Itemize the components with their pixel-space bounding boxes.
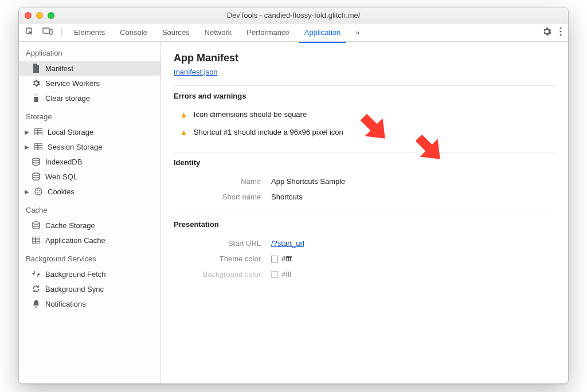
inspect-element-icon[interactable]	[22, 25, 37, 40]
sidebar-item-bg-fetch[interactable]: Background Fetch	[19, 266, 161, 281]
chevron-right-icon: ▶	[25, 144, 29, 150]
sidebar-item-indexeddb[interactable]: IndexedDB	[19, 154, 161, 169]
warning-row: ▲ Icon dimensions should be square	[174, 107, 555, 125]
identity-shortname-label: Short name	[174, 193, 271, 201]
sidebar-group-bg-services: Background Services	[19, 248, 161, 266]
settings-gear-icon[interactable]	[539, 25, 554, 40]
table-icon	[32, 236, 41, 245]
tab-elements[interactable]: Elements	[68, 25, 111, 40]
traffic-lights[interactable]	[25, 12, 54, 19]
sidebar-item-local-storage[interactable]: ▶ Local Storage	[19, 124, 161, 139]
identity-name-value: App Shortcuts Sample	[271, 177, 345, 186]
svg-point-16	[35, 188, 42, 195]
sidebar-item-cache-storage[interactable]: Cache Storage	[19, 218, 161, 233]
presentation-starturl-row: Start URL /?start_url	[174, 236, 555, 251]
presentation-themecolor-value: #fff	[281, 254, 292, 263]
section-presentation-title: Presentation	[174, 220, 555, 229]
sidebar-item-label: Application Cache	[45, 236, 105, 245]
sidebar-item-label: IndexedDB	[45, 158, 82, 166]
sidebar-item-label: Web SQL	[45, 173, 77, 181]
devtools-window: DevTools - candied-flossy-fold.glitch.me…	[18, 7, 569, 384]
svg-rect-6	[34, 128, 42, 135]
gear-icon	[32, 79, 41, 88]
fetch-icon	[32, 269, 41, 279]
sidebar-item-clear-storage[interactable]: Clear storage	[19, 91, 161, 105]
section-errors-title: Errors and warnings	[174, 92, 555, 100]
sidebar-item-service-workers[interactable]: Service Workers	[19, 76, 161, 91]
chevron-right-icon: ▶	[25, 129, 29, 135]
tabs-overflow-button[interactable]: »	[349, 25, 366, 40]
color-swatch-icon	[271, 271, 278, 278]
identity-shortname-row: Short name Shortcuts	[174, 189, 555, 205]
sidebar-group-storage: Storage	[19, 105, 161, 124]
tab-performance[interactable]: Performance	[240, 25, 295, 40]
window-title: DevTools - candied-flossy-fold.glitch.me…	[19, 11, 568, 19]
application-sidebar: Application Manifest Service Workers Cle…	[19, 42, 161, 383]
manifest-link[interactable]: manifest.json	[174, 68, 218, 76]
sidebar-item-label: Cookies	[48, 187, 75, 196]
warning-text: Shortcut #1 should include a 96x96 pixel…	[194, 128, 343, 136]
tab-sources[interactable]: Sources	[156, 25, 196, 40]
presentation-bgcolor-label: Background color	[174, 270, 271, 279]
color-swatch-icon	[271, 256, 278, 262]
warning-icon: ▲	[179, 127, 188, 137]
presentation-starturl-link[interactable]: /?start_url	[271, 239, 304, 248]
minimize-window-button[interactable]	[36, 12, 43, 19]
sidebar-item-manifest[interactable]: Manifest	[19, 61, 161, 76]
cookie-icon	[34, 187, 43, 196]
sidebar-item-application-cache[interactable]: Application Cache	[19, 233, 161, 248]
warning-text: Icon dimensions should be square	[194, 110, 307, 119]
section-presentation: Presentation Start URL /?start_url Theme…	[174, 214, 555, 282]
table-icon	[34, 127, 43, 136]
svg-point-3	[559, 27, 561, 29]
sidebar-item-label: Cache Storage	[45, 221, 95, 230]
svg-point-18	[39, 190, 40, 191]
svg-point-5	[559, 34, 561, 36]
sidebar-item-bg-sync[interactable]: Background Sync	[19, 281, 161, 296]
presentation-themecolor-row: Theme color #fff	[174, 251, 555, 266]
section-identity: Identity Name App Shortcuts Sample Short…	[174, 152, 555, 205]
tab-console[interactable]: Console	[114, 25, 154, 40]
svg-point-20	[33, 222, 40, 224]
sidebar-item-label: Manifest	[45, 64, 73, 73]
sidebar-item-notifications[interactable]: Notifications	[19, 296, 161, 311]
svg-rect-1	[43, 28, 49, 33]
sidebar-item-session-storage[interactable]: ▶ Session Storage	[19, 139, 161, 154]
sidebar-item-label: Session Storage	[48, 143, 102, 151]
svg-point-15	[33, 173, 40, 175]
trash-icon	[32, 93, 41, 103]
window-titlebar: DevTools - candied-flossy-fold.glitch.me…	[19, 7, 568, 23]
sidebar-item-label: Clear storage	[45, 94, 90, 103]
db-icon	[32, 221, 41, 230]
svg-point-4	[559, 30, 561, 32]
more-vert-icon[interactable]	[557, 25, 565, 40]
presentation-bgcolor-value: #fff	[281, 270, 292, 279]
maximize-window-button[interactable]	[48, 12, 54, 19]
svg-rect-21	[32, 237, 40, 244]
identity-name-row: Name App Shortcuts Sample	[174, 174, 555, 189]
tab-network[interactable]: Network	[198, 25, 238, 40]
sidebar-item-cookies[interactable]: ▶ Cookies	[19, 184, 161, 199]
svg-rect-10	[34, 143, 42, 150]
identity-name-label: Name	[174, 177, 271, 186]
sidebar-item-label: Notifications	[45, 300, 86, 308]
sidebar-item-label: Service Workers	[45, 79, 100, 88]
devtools-tabbar: Elements Console Sources Network Perform…	[19, 23, 568, 42]
db-icon	[32, 172, 41, 181]
svg-point-19	[37, 192, 38, 193]
sidebar-item-label: Background Fetch	[45, 270, 106, 279]
chevron-right-icon: ▶	[25, 189, 29, 195]
warning-row: ▲ Shortcut #1 should include a 96x96 pix…	[174, 125, 555, 143]
close-window-button[interactable]	[25, 12, 32, 19]
presentation-themecolor-label: Theme color	[174, 254, 271, 263]
sidebar-group-cache: Cache	[19, 199, 161, 218]
sidebar-item-label: Background Sync	[45, 285, 104, 293]
tab-application[interactable]: Application	[298, 25, 347, 40]
db-icon	[32, 157, 41, 166]
device-toolbar-icon[interactable]	[40, 25, 56, 40]
svg-point-14	[33, 158, 40, 160]
table-icon	[34, 142, 43, 151]
bell-icon	[32, 299, 41, 308]
sidebar-item-websql[interactable]: Web SQL	[19, 169, 161, 184]
page-title: App Manifest	[174, 52, 555, 64]
